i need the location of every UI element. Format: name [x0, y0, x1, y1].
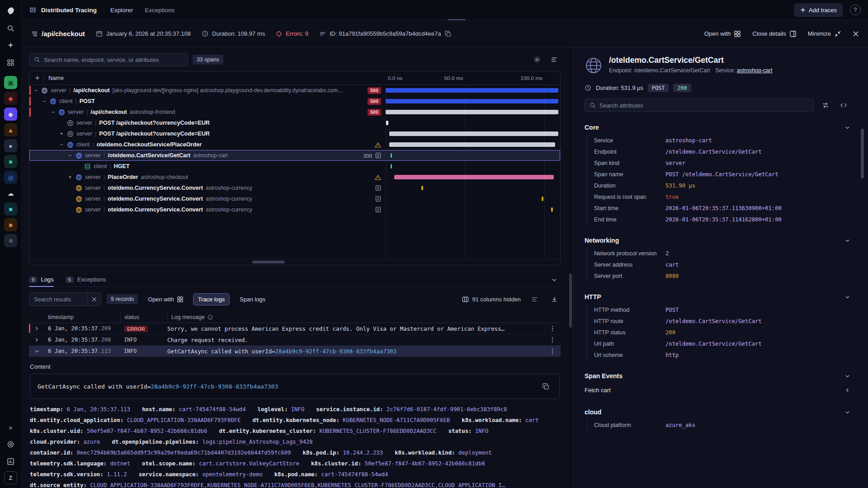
- name-column-header[interactable]: Name: [48, 75, 64, 81]
- logs-search-input[interactable]: [29, 293, 87, 305]
- log-attribute[interactable]: cloud.provider: azure: [30, 439, 100, 445]
- col-log-message[interactable]: Log message: [167, 311, 544, 323]
- close-panel-button[interactable]: [853, 31, 859, 37]
- log-attribute[interactable]: telemetry.sdk.language: dotnet: [30, 460, 130, 467]
- attribute-row[interactable]: Span kindserver: [587, 157, 850, 169]
- span-row[interactable]: server|oteldemo.CurrencyService.Converta…: [29, 183, 560, 193]
- collapse-icon[interactable]: −: [33, 87, 38, 94]
- log-attribute[interactable]: dt.entity.kubernetes_node: KUBERNETES_NO…: [252, 417, 450, 423]
- clouds-app-icon[interactable]: ☁: [4, 187, 17, 200]
- log-attribute[interactable]: k8s.workload.name: cart: [462, 417, 538, 423]
- log-attribute[interactable]: k8s.workload.kind: deployment: [395, 450, 492, 456]
- view-options-icon[interactable]: [548, 53, 561, 66]
- copy-id-icon[interactable]: [445, 31, 451, 37]
- collapse-icon[interactable]: −: [50, 109, 56, 115]
- span-row[interactable]: +server|POST /api/checkout?currencyCode=…: [29, 128, 560, 139]
- scrollbar-thumb[interactable]: [569, 273, 572, 328]
- log-attribute[interactable]: k8s.pod.ip: 10.244.2.233: [302, 450, 383, 456]
- extensions-app-icon[interactable]: ≡: [4, 234, 17, 247]
- location-app-icon[interactable]: ●: [4, 139, 17, 152]
- log-attribute[interactable]: dt.openpipeline.pipelines: logs:pipeline…: [112, 439, 313, 445]
- zenith-app-icon[interactable]: Z: [4, 471, 17, 484]
- collapse-icon[interactable]: −: [59, 141, 64, 148]
- log-attribute[interactable]: container.id: 0eec7294b69b3a665dd9f3c99a…: [30, 450, 291, 456]
- minimize-button[interactable]: Minimize: [808, 30, 841, 37]
- settings-gear-icon[interactable]: [531, 53, 543, 66]
- code-view-icon[interactable]: [837, 99, 850, 112]
- dashboards-icon[interactable]: [4, 454, 18, 469]
- span-row[interactable]: −server|/api/checkout[aks-playground-dev…: [29, 85, 560, 96]
- expand-rail-icon[interactable]: »: [4, 420, 18, 434]
- row-density-icon[interactable]: [528, 293, 541, 305]
- duration-bar[interactable]: [389, 131, 558, 136]
- attribute-row[interactable]: Request is root spantrue: [587, 191, 850, 202]
- duration-bar[interactable]: [551, 207, 553, 212]
- section-header[interactable]: cloud: [585, 408, 850, 416]
- attribute-row[interactable]: HTTP status200: [587, 327, 850, 338]
- section-header[interactable]: Span Events: [585, 372, 850, 380]
- chevron-right-icon[interactable]: [29, 326, 44, 331]
- chevron-down-icon[interactable]: [29, 349, 44, 354]
- log-attribute[interactable]: otel.scope.name: cart.cartstore.ValkeyCa…: [142, 460, 299, 467]
- tab-logs[interactable]: 9 Logs: [29, 272, 54, 286]
- span-row[interactable]: +server|PlaceOrderastroshop-checkout: [29, 172, 560, 183]
- attribute-row[interactable]: Start time2026-01-06T20:35:37.113630900+…: [587, 202, 850, 214]
- tab-explorer[interactable]: Explorer: [110, 7, 133, 14]
- observability-app-icon[interactable]: ▣: [4, 76, 17, 89]
- attribute-row[interactable]: Url schemehttp: [587, 349, 850, 361]
- attribute-row[interactable]: Serviceastroshop-cart: [587, 135, 850, 146]
- attribute-search-input[interactable]: [599, 102, 809, 109]
- panel-drag-handle[interactable]: [448, 19, 466, 20]
- expand-icon[interactable]: +: [67, 174, 73, 180]
- scrollbar-thumb[interactable]: [861, 129, 864, 178]
- expand-icon[interactable]: +: [59, 131, 64, 137]
- attribute-row[interactable]: Server addresscart: [587, 259, 850, 270]
- add-column-icon[interactable]: [35, 75, 40, 80]
- pane-vertical-scrollbar[interactable]: [568, 47, 573, 488]
- section-header[interactable]: Networking: [585, 237, 850, 244]
- duration-bar[interactable]: [391, 164, 392, 169]
- horizontal-scrollbar[interactable]: [29, 259, 560, 265]
- attribute-row[interactable]: Server port8080: [587, 270, 850, 282]
- log-attribute[interactable]: service.instance.id: 2c76f7d6-0187-4fdf-…: [316, 406, 507, 413]
- span-row[interactable]: server|oteldemo.CurrencyService.Converta…: [29, 193, 560, 204]
- collapse-icon[interactable]: −: [67, 152, 73, 159]
- log-attribute[interactable]: dt.source_entity: CLOUD_APPLICATION-338A…: [30, 482, 505, 488]
- span-row[interactable]: −client|POST500: [29, 96, 560, 107]
- span-event-item[interactable]: Fetch cart: [585, 383, 850, 397]
- span-row[interactable]: server|POST /api/checkout?currencyCode=E…: [29, 117, 560, 128]
- log-attribute[interactable]: status: INFO: [448, 428, 489, 434]
- log-attribute[interactable]: k8s.pod.name: cart-745474f88-54wd4: [274, 471, 388, 478]
- log-file-icon[interactable]: [375, 206, 381, 213]
- span-logs-toggle[interactable]: Span logs: [235, 294, 270, 305]
- duration-bar[interactable]: [386, 110, 558, 114]
- duration-bar[interactable]: [386, 99, 558, 103]
- duration-bar[interactable]: [386, 121, 388, 125]
- attribute-row[interactable]: Span namePOST /oteldemo.CartService/GetC…: [587, 169, 850, 180]
- open-with-button[interactable]: Open with: [704, 30, 741, 37]
- span-search-input[interactable]: [44, 56, 183, 63]
- log-row[interactable]: 6 Jan, 20:35:37.209ERRORSorry, we cannot…: [29, 323, 561, 334]
- duration-bar[interactable]: [386, 88, 558, 93]
- trace-logs-toggle[interactable]: Trace logs: [193, 293, 230, 305]
- log-file-icon[interactable]: [375, 152, 381, 159]
- log-attribute[interactable]: k8s.cluster.uid: 50ef5e87-f847-4b87-8952…: [30, 428, 207, 434]
- log-attribute[interactable]: timestamp: 6 Jan, 20:35:37.113: [30, 406, 130, 413]
- tab-exceptions-logs[interactable]: 5 Exceptions: [66, 272, 106, 286]
- attribute-row[interactable]: End time2026-01-06T20:35:37.114162800+01…: [587, 214, 850, 225]
- log-row[interactable]: 6 Jan, 20:35:37.208INFOCharge request re…: [29, 334, 561, 346]
- attribute-row[interactable]: Endpoint/oteldemo.CartService/GetCart: [587, 146, 850, 157]
- section-header[interactable]: HTTP: [585, 293, 850, 300]
- attribute-row[interactable]: Network protocol version2: [587, 248, 850, 259]
- log-attribute[interactable]: telemetry.sdk.version: 1.11.2: [30, 471, 127, 478]
- row-menu-icon[interactable]: [544, 337, 561, 343]
- log-file-icon[interactable]: [375, 185, 381, 191]
- duration-bar[interactable]: [542, 197, 543, 201]
- row-menu-icon[interactable]: [544, 325, 561, 332]
- columns-hidden-button[interactable]: 91 columns hidden: [462, 296, 521, 303]
- log-attribute[interactable]: service.namespace: opentelemetry-demo: [139, 471, 263, 478]
- row-menu-icon[interactable]: [544, 348, 561, 354]
- compare-arrows-icon[interactable]: [819, 99, 832, 112]
- log-attribute[interactable]: loglevel: INFO: [258, 406, 305, 413]
- log-file-icon[interactable]: [375, 196, 381, 202]
